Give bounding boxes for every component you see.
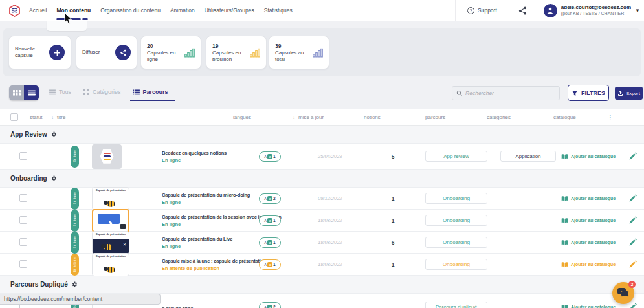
nav-item-utilisateurs-groupes[interactable]: Utilisateurs/Groupes [205, 0, 254, 21]
parcours-pill[interactable]: Parcours dupliqué [425, 302, 487, 308]
section-header-app-review: App Review [0, 126, 644, 144]
parcours-pill[interactable]: Onboarding [425, 259, 487, 270]
parcours-pill[interactable]: Onboarding [425, 193, 487, 204]
export-button[interactable]: Export [615, 87, 643, 100]
col-parcours[interactable]: parcours [425, 114, 445, 120]
col-langues[interactable]: langues [233, 114, 251, 120]
row-checkbox[interactable] [19, 152, 27, 160]
section-settings-gear-icon[interactable] [51, 131, 57, 137]
languages-badge[interactable]: A a 2 [259, 193, 281, 204]
add-to-catalog-button[interactable]: Ajouter au catalogue [559, 153, 621, 160]
nav-item-organisation-du-contenu[interactable]: Organisation du contenu [100, 0, 161, 21]
capsule-thumbnail[interactable] [92, 209, 129, 232]
row-checkbox[interactable] [19, 238, 27, 246]
search-input[interactable] [465, 90, 555, 96]
edit-pencil-icon[interactable] [628, 238, 637, 247]
row-checkbox[interactable] [19, 194, 27, 202]
stat-value: 20 [147, 43, 184, 49]
tab-cat-gories[interactable]: Catégories [83, 89, 121, 96]
languages-badge[interactable]: A a 1 [259, 151, 281, 162]
add-to-catalog-button[interactable]: Ajouter au catalogue [559, 261, 621, 268]
capsule-thumbnail[interactable]: Capsule de présentation [92, 253, 129, 276]
edit-pencil-icon[interactable] [628, 260, 637, 269]
filters-button[interactable]: FILTRES [568, 85, 609, 101]
col-mise-a-jour[interactable]: mise à jour [298, 114, 324, 120]
edit-pencil-icon[interactable] [628, 152, 637, 160]
select-all-checkbox[interactable] [10, 113, 18, 121]
col-categories[interactable]: catégories [487, 114, 511, 120]
add-to-catalog-button[interactable]: Ajouter au catalogue [559, 239, 621, 246]
diffuse-button[interactable]: Diffuser [76, 36, 137, 69]
capsule-title[interactable]: Capsule mise à la une : capsule de prése… [162, 258, 252, 264]
parcours-pill[interactable]: Onboarding [425, 215, 487, 226]
edit-pencil-icon[interactable] [628, 194, 637, 203]
support-button[interactable]: ? Support [456, 7, 509, 14]
row-thumbnail-cell [87, 209, 159, 232]
add-to-catalog-button[interactable]: Ajouter au catalogue [559, 195, 621, 202]
sort-arrow-icon[interactable]: ↓ [51, 114, 54, 120]
chevron-down-icon[interactable]: ▼ [635, 8, 640, 14]
capsule-title[interactable]: Capsule de présentation de la session av… [162, 214, 252, 220]
user-email: adele.courtot@beedeez.com [561, 5, 631, 10]
section-settings-gear-icon[interactable] [51, 175, 57, 181]
share-icon[interactable] [115, 45, 131, 60]
add-to-catalog-button[interactable]: Ajouter au catalogue [559, 304, 621, 308]
plus-icon[interactable] [49, 45, 65, 60]
new-capsule-button[interactable]: Nouvelle capsule [8, 36, 71, 69]
parcours-pill[interactable]: App review [425, 151, 487, 162]
capsule-title[interactable]: n duo de choc [162, 305, 252, 308]
stat-card-capsules-en-ligne[interactable]: 20Capsules en ligne [140, 36, 201, 69]
col-notions[interactable]: notions [364, 114, 381, 120]
stat-value: 19 [212, 43, 250, 49]
status-pill: En ligne [71, 188, 79, 210]
grid-view-icon[interactable] [9, 85, 24, 100]
nav-item-mon-contenu[interactable]: Mon contenu [56, 0, 91, 21]
edit-pencil-icon[interactable] [628, 303, 637, 308]
beedeez-logo-icon[interactable] [8, 5, 21, 17]
capsule-thumbnail[interactable] [92, 144, 122, 169]
list-icon [133, 89, 140, 95]
row-checkbox[interactable] [19, 216, 27, 224]
section-title: App Review [10, 131, 47, 138]
parcours-pill[interactable]: Onboarding [425, 237, 487, 248]
share-icon[interactable] [509, 6, 536, 15]
tab-tous[interactable]: Tous [49, 89, 71, 96]
languages-count: 2 [273, 305, 276, 308]
capsule-thumbnail[interactable]: Capsule de présentation [92, 187, 129, 210]
section-settings-gear-icon[interactable] [72, 281, 78, 287]
row-checkbox[interactable] [19, 260, 27, 268]
row-checkbox-cell [0, 193, 62, 204]
sort-arrow-icon[interactable]: ↓ [293, 114, 295, 120]
row-status-cell: En ligne [62, 146, 87, 168]
stat-card-capsules-en-brouillon[interactable]: 19Capsules en brouillon [206, 36, 267, 69]
column-options-icon[interactable]: ⋮ [607, 113, 614, 120]
search-box[interactable] [452, 86, 560, 100]
chat-widget-button[interactable]: 2 [612, 282, 634, 304]
col-statut[interactable]: statut [30, 114, 43, 120]
nav-item-animation[interactable]: Animation [170, 0, 195, 21]
view-toggle[interactable] [9, 85, 39, 100]
capsule-title[interactable]: Beedeez en quelques notions [162, 150, 252, 156]
capsule-title[interactable]: Capsule de présentation du Live [162, 236, 252, 242]
category-pill[interactable]: Application [500, 151, 556, 162]
tab-parcours[interactable]: Parcours [133, 89, 168, 96]
languages-badge[interactable]: A a 2 [259, 302, 281, 308]
capsule-thumbnail[interactable]: Capsule de présentation✕ [92, 231, 129, 254]
nav-item-accueil[interactable]: Accueil [29, 0, 47, 21]
col-catalogue[interactable]: catalogue [553, 114, 576, 120]
col-titre[interactable]: titre [57, 114, 65, 120]
languages-badge[interactable]: A a 1 [259, 215, 281, 226]
stat-label: Capsules au total [275, 50, 313, 63]
stat-card-capsules-au-total[interactable]: 39Capsules au total [269, 36, 329, 69]
capsule-status: En ligne [162, 157, 252, 163]
capsules-table: statut ↓ titre langues ↓ mise à jour not… [0, 109, 644, 308]
add-to-catalog-button[interactable]: Ajouter au catalogue [559, 217, 621, 224]
list-view-icon[interactable] [24, 85, 39, 100]
top-navigation-bar: AccueilMon contenuOrganisation du conten… [0, 0, 644, 21]
user-menu[interactable]: adele.courtot@beedeez.com (pour KB / TES… [536, 4, 644, 17]
edit-pencil-icon[interactable] [628, 216, 637, 225]
capsule-title[interactable]: Capsule de présentation du micro-doing [162, 192, 252, 198]
languages-badge[interactable]: A a 1 [259, 259, 281, 270]
nav-item-statistiques[interactable]: Statistiques [264, 0, 293, 21]
languages-badge[interactable]: A a 1 [259, 237, 281, 248]
